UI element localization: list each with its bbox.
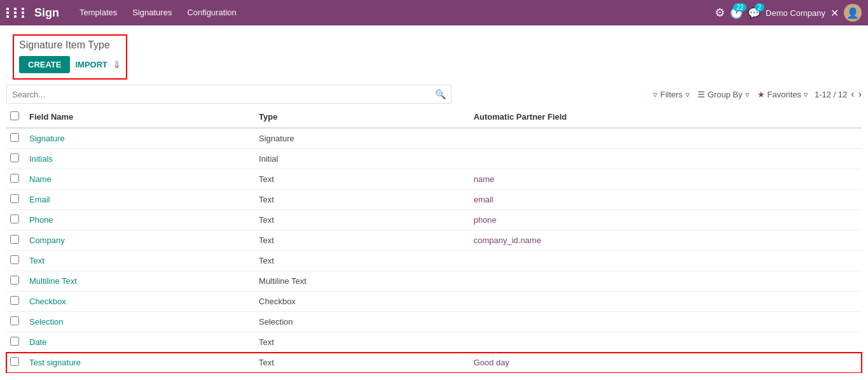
close-icon[interactable]: ✕ — [830, 7, 839, 19]
nav-templates[interactable]: Templates — [72, 0, 125, 25]
signature-items-table: Field Name Type Automatic Partner Field … — [6, 106, 862, 373]
settings-icon[interactable]: ⚙ — [715, 6, 725, 20]
row-checkbox[interactable] — [10, 296, 19, 305]
cell-field-name[interactable]: Text — [25, 251, 255, 271]
cell-field-name[interactable]: Initials — [25, 149, 255, 169]
cell-type: Text — [255, 190, 470, 210]
cell-field-name[interactable]: Test signature — [25, 353, 255, 373]
create-button[interactable]: CREATE — [19, 56, 70, 73]
cell-partner-field: name — [470, 169, 862, 190]
table-row[interactable]: TextText — [6, 251, 862, 271]
row-checkbox[interactable] — [10, 357, 19, 366]
table-row[interactable]: InitialsInitial — [6, 149, 862, 169]
cell-field-name[interactable]: Signature — [25, 128, 255, 149]
cell-field-name[interactable]: Checkbox — [25, 292, 255, 312]
row-checkbox-cell — [6, 210, 25, 230]
table-row[interactable]: Multiline TextMultiline Text — [6, 271, 862, 292]
search-icon[interactable]: 🔍 — [435, 89, 446, 99]
favorites-chevron: ▿ — [804, 90, 808, 99]
cell-field-name[interactable]: Phone — [25, 210, 255, 230]
clock-badge: 22 — [733, 3, 747, 11]
company-selector[interactable]: Demo Company — [766, 8, 825, 18]
cell-type: Text — [255, 210, 470, 230]
download-button[interactable]: ⇓ — [113, 59, 121, 71]
cell-partner-field — [470, 251, 862, 271]
prev-page-button[interactable]: ‹ — [851, 88, 854, 100]
apps-grid-icon[interactable] — [6, 8, 28, 18]
page-header-box: Signature Item Type CREATE IMPORT ⇓ — [13, 34, 127, 80]
table-wrapper: Field Name Type Automatic Partner Field … — [6, 106, 862, 373]
row-checkbox[interactable] — [10, 174, 19, 183]
col-partner-field: Automatic Partner Field — [470, 106, 862, 128]
cell-type: Text — [255, 332, 470, 353]
messages-icon[interactable]: 💬 2 — [748, 7, 761, 19]
star-icon: ★ — [757, 90, 765, 99]
row-checkbox-cell — [6, 230, 25, 251]
row-checkbox-cell — [6, 271, 25, 292]
col-type: Type — [255, 106, 470, 128]
cell-field-name[interactable]: Email — [25, 190, 255, 210]
filter-pagination-row: ▿ Filters ▿ ☰ Group By ▿ ★ Favorites ▿ 1… — [653, 88, 862, 100]
user-avatar[interactable]: 👤 — [844, 4, 862, 22]
select-all-checkbox[interactable] — [10, 111, 19, 120]
cell-field-name[interactable]: Name — [25, 169, 255, 190]
row-checkbox[interactable] — [10, 235, 19, 244]
row-checkbox[interactable] — [10, 255, 19, 264]
row-checkbox[interactable] — [10, 276, 19, 285]
cell-partner-field — [470, 292, 862, 312]
filters-chevron: ▿ — [685, 90, 690, 99]
cell-partner-field — [470, 332, 862, 353]
row-checkbox-cell — [6, 292, 25, 312]
filters-button[interactable]: ▿ Filters ▿ — [653, 90, 689, 99]
favorites-label: Favorites — [768, 90, 801, 99]
groupby-chevron: ▿ — [745, 90, 750, 99]
row-checkbox-cell — [6, 190, 25, 210]
select-all-header[interactable] — [6, 106, 25, 128]
row-checkbox[interactable] — [10, 194, 19, 203]
cell-partner-field — [470, 271, 862, 292]
filters-label: Filters — [660, 90, 682, 99]
brand-name[interactable]: Sign — [34, 6, 59, 20]
table-header-row: Field Name Type Automatic Partner Field — [6, 106, 862, 128]
clock-icon[interactable]: 🕐 22 — [730, 7, 743, 19]
cell-partner-field — [470, 128, 862, 149]
nav-signatures[interactable]: Signatures — [125, 0, 179, 25]
topnav: Sign Templates Signatures Configuration … — [0, 0, 868, 25]
row-checkbox-cell — [6, 169, 25, 190]
row-checkbox[interactable] — [10, 133, 19, 142]
cell-field-name[interactable]: Date — [25, 332, 255, 353]
cell-type: Text — [255, 353, 470, 373]
cell-field-name[interactable]: Selection — [25, 312, 255, 332]
row-checkbox-cell — [6, 251, 25, 271]
cell-field-name[interactable]: Multiline Text — [25, 271, 255, 292]
search-box: 🔍 — [6, 85, 451, 104]
table-row[interactable]: DateText — [6, 332, 862, 353]
cell-type: Multiline Text — [255, 271, 470, 292]
row-checkbox-cell — [6, 353, 25, 373]
nav-configuration[interactable]: Configuration — [179, 0, 244, 25]
cell-field-name[interactable]: Company — [25, 230, 255, 251]
cell-partner-field — [470, 312, 862, 332]
row-checkbox-cell — [6, 149, 25, 169]
row-checkbox[interactable] — [10, 153, 19, 162]
table-row[interactable]: SignatureSignature — [6, 128, 862, 149]
table-row[interactable]: EmailTextemail — [6, 190, 862, 210]
search-input[interactable] — [12, 90, 435, 99]
row-checkbox[interactable] — [10, 337, 19, 346]
next-page-button[interactable]: › — [858, 88, 862, 100]
groupby-button[interactable]: ☰ Group By ▿ — [698, 90, 750, 99]
favorites-button[interactable]: ★ Favorites ▿ — [757, 90, 808, 99]
import-button[interactable]: IMPORT — [75, 60, 107, 69]
table-row[interactable]: NameTextname — [6, 169, 862, 190]
row-checkbox[interactable] — [10, 316, 19, 325]
row-checkbox-cell — [6, 128, 25, 149]
toolbar: CREATE IMPORT ⇓ — [19, 56, 121, 73]
table-row[interactable]: PhoneTextphone — [6, 210, 862, 230]
table-row[interactable]: CompanyTextcompany_id.name — [6, 230, 862, 251]
cell-partner-field: Good day — [470, 353, 862, 373]
cell-partner-field: email — [470, 190, 862, 210]
table-row[interactable]: CheckboxCheckbox — [6, 292, 862, 312]
table-row[interactable]: SelectionSelection — [6, 312, 862, 332]
row-checkbox[interactable] — [10, 215, 19, 223]
table-row[interactable]: Test signatureTextGood day — [6, 353, 862, 373]
